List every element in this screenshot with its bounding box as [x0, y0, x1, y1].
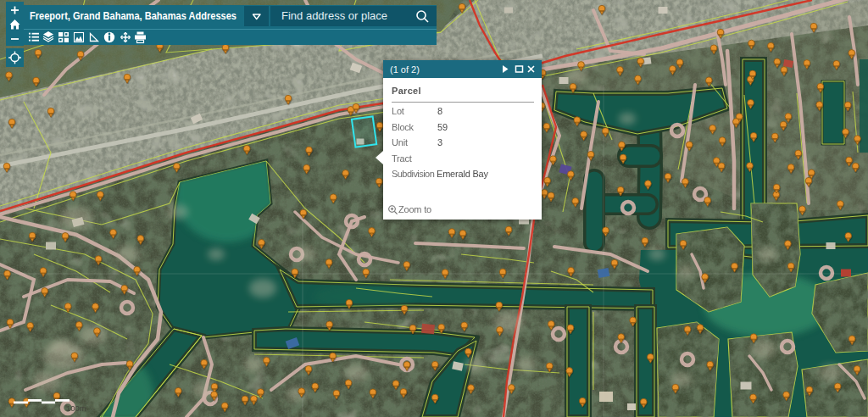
- svg-text:100m: 100m: [66, 403, 86, 413]
